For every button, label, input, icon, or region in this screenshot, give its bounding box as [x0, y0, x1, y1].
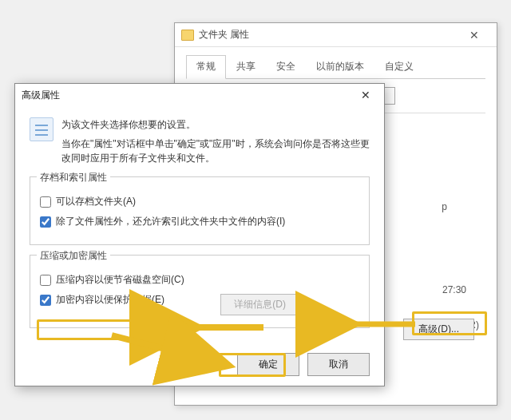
child-close-button[interactable]: ✕	[354, 89, 378, 101]
parent-close-button[interactable]: ✕	[458, 29, 490, 42]
info-text: 为该文件夹选择你想要的设置。 当你在"属性"对话框中单击"确定"或"应用"时，系…	[61, 117, 370, 165]
child-titlebar: 高级属性 ✕	[15, 84, 384, 106]
advanced-attributes-dialog: 高级属性 ✕ 为该文件夹选择你想要的设置。 当你在"属性"对话框中单击"确定"或…	[14, 83, 385, 386]
archive-index-legend: 存档和索引属性	[37, 171, 110, 184]
parent-titlebar: 文件夹 属性 ✕	[175, 23, 497, 47]
encrypt-checkbox[interactable]	[40, 295, 51, 306]
ok-button[interactable]: 确定	[237, 353, 299, 376]
archive-index-group: 存档和索引属性 可以存档文件夹(A) 除了文件属性外，还允许索引此文件夹中文件的…	[30, 176, 370, 245]
archive-checkbox-label: 可以存档文件夹(A)	[56, 195, 136, 208]
encrypt-checkbox-label: 加密内容以便保护数据(E)	[56, 293, 164, 307]
index-checkbox[interactable]	[40, 216, 51, 228]
compress-checkbox-label: 压缩内容以便节省磁盘空间(C)	[56, 273, 184, 287]
folder-icon	[181, 30, 194, 41]
dialog-buttons: 确定 取消	[237, 353, 370, 376]
parent-tabs: 常规 共享 安全 以前的版本 自定义	[186, 55, 485, 79]
tab-custom[interactable]: 自定义	[374, 55, 424, 78]
child-body: 为该文件夹选择你想要的设置。 当你在"属性"对话框中单击"确定"或"应用"时，系…	[15, 106, 384, 347]
tab-security[interactable]: 安全	[266, 55, 306, 78]
parent-window-title: 文件夹 属性	[199, 28, 458, 42]
encrypt-checkbox-row[interactable]: 加密内容以便保护数据(E)	[40, 293, 359, 307]
index-checkbox-label: 除了文件属性外，还允许索引此文件夹中文件的内容(I)	[56, 215, 285, 228]
properties-icon	[30, 117, 53, 141]
cancel-button[interactable]: 取消	[307, 353, 370, 376]
archive-checkbox[interactable]	[40, 196, 51, 208]
child-title: 高级属性	[22, 89, 354, 102]
compress-encrypt-group: 压缩或加密属性 压缩内容以便节省磁盘空间(C) 加密内容以便保护数据(E)	[30, 255, 370, 328]
advanced-button[interactable]: 高级(D)...	[403, 319, 474, 340]
info-row: 为该文件夹选择你想要的设置。 当你在"属性"对话框中单击"确定"或"应用"时，系…	[30, 117, 370, 165]
index-checkbox-row[interactable]: 除了文件属性外，还允许索引此文件夹中文件的内容(I)	[40, 215, 359, 228]
compress-checkbox[interactable]	[40, 275, 51, 286]
tab-previous[interactable]: 以前的版本	[306, 55, 374, 78]
compress-encrypt-legend: 压缩或加密属性	[37, 249, 110, 263]
tab-share[interactable]: 共享	[226, 55, 266, 78]
info-line1: 为该文件夹选择你想要的设置。	[61, 117, 370, 132]
tab-general[interactable]: 常规	[186, 55, 226, 79]
details-button: 详细信息(D)	[220, 294, 299, 315]
archive-checkbox-row[interactable]: 可以存档文件夹(A)	[40, 195, 359, 208]
compress-checkbox-row[interactable]: 压缩内容以便节省磁盘空间(C)	[40, 273, 359, 287]
info-line2: 当你在"属性"对话框中单击"确定"或"应用"时，系统会询问你是否将这些更改同时应…	[61, 137, 370, 165]
